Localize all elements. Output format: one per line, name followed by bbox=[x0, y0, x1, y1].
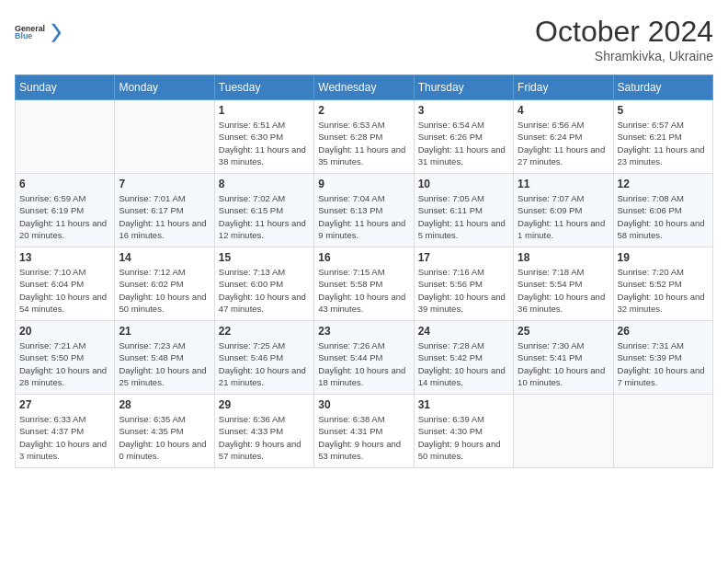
svg-marker-2 bbox=[51, 24, 61, 42]
calendar-cell: 5Sunrise: 6:57 AMSunset: 6:21 PMDaylight… bbox=[613, 100, 712, 174]
day-info: Sunrise: 7:10 AMSunset: 6:04 PMDaylight:… bbox=[19, 266, 110, 315]
day-number: 19 bbox=[618, 251, 709, 264]
calendar-cell: 25Sunrise: 7:30 AMSunset: 5:41 PMDayligh… bbox=[514, 321, 613, 395]
day-info: Sunrise: 7:05 AMSunset: 6:11 PMDaylight:… bbox=[418, 192, 509, 241]
day-number: 7 bbox=[119, 178, 210, 190]
day-number: 28 bbox=[119, 398, 210, 411]
day-number: 26 bbox=[618, 325, 709, 338]
day-info: Sunrise: 7:13 AMSunset: 6:00 PMDaylight:… bbox=[219, 266, 310, 315]
calendar-cell bbox=[16, 100, 115, 174]
calendar-cell: 2Sunrise: 6:53 AMSunset: 6:28 PMDaylight… bbox=[314, 100, 414, 174]
day-info: Sunrise: 7:21 AMSunset: 5:50 PMDaylight:… bbox=[19, 339, 110, 388]
weekday-header: Tuesday bbox=[214, 75, 313, 100]
day-number: 8 bbox=[219, 178, 310, 190]
calendar-cell: 22Sunrise: 7:25 AMSunset: 5:46 PMDayligh… bbox=[214, 321, 313, 395]
day-number: 16 bbox=[318, 251, 409, 264]
day-number: 5 bbox=[618, 104, 709, 117]
day-number: 24 bbox=[418, 325, 509, 338]
day-number: 21 bbox=[119, 325, 210, 338]
day-number: 12 bbox=[618, 178, 709, 190]
calendar-cell bbox=[514, 395, 613, 468]
calendar-cell: 18Sunrise: 7:18 AMSunset: 5:54 PMDayligh… bbox=[514, 247, 613, 321]
calendar-cell bbox=[613, 395, 712, 468]
calendar-cell: 23Sunrise: 7:26 AMSunset: 5:44 PMDayligh… bbox=[314, 321, 414, 395]
day-number: 22 bbox=[219, 325, 310, 338]
title-block: October 2024 Shramkivka, Ukraine bbox=[535, 15, 713, 63]
day-info: Sunrise: 7:15 AMSunset: 5:58 PMDaylight:… bbox=[318, 266, 409, 315]
calendar-table: SundayMondayTuesdayWednesdayThursdayFrid… bbox=[15, 75, 713, 468]
day-number: 13 bbox=[19, 251, 110, 264]
calendar-cell: 12Sunrise: 7:08 AMSunset: 6:06 PMDayligh… bbox=[613, 174, 712, 247]
day-info: Sunrise: 6:36 AMSunset: 4:33 PMDaylight:… bbox=[219, 413, 310, 462]
day-info: Sunrise: 7:07 AMSunset: 6:09 PMDaylight:… bbox=[518, 192, 609, 241]
day-number: 10 bbox=[418, 178, 509, 190]
day-info: Sunrise: 6:51 AMSunset: 6:30 PMDaylight:… bbox=[219, 119, 310, 167]
day-number: 3 bbox=[418, 104, 509, 117]
calendar-cell: 27Sunrise: 6:33 AMSunset: 4:37 PMDayligh… bbox=[16, 395, 115, 468]
day-info: Sunrise: 7:20 AMSunset: 5:52 PMDaylight:… bbox=[618, 266, 709, 315]
weekday-header: Thursday bbox=[414, 75, 513, 100]
weekday-header: Saturday bbox=[613, 75, 712, 100]
day-number: 6 bbox=[19, 178, 110, 190]
calendar-cell: 21Sunrise: 7:23 AMSunset: 5:48 PMDayligh… bbox=[115, 321, 214, 395]
day-number: 17 bbox=[418, 251, 509, 264]
day-info: Sunrise: 7:12 AMSunset: 6:02 PMDaylight:… bbox=[119, 266, 210, 315]
weekday-header: Monday bbox=[115, 75, 214, 100]
calendar-cell: 28Sunrise: 6:35 AMSunset: 4:35 PMDayligh… bbox=[115, 395, 214, 468]
day-number: 20 bbox=[19, 325, 110, 338]
calendar-cell: 14Sunrise: 7:12 AMSunset: 6:02 PMDayligh… bbox=[115, 247, 214, 321]
location-subtitle: Shramkivka, Ukraine bbox=[535, 49, 713, 63]
calendar-cell: 10Sunrise: 7:05 AMSunset: 6:11 PMDayligh… bbox=[414, 174, 513, 247]
weekday-header: Wednesday bbox=[314, 75, 414, 100]
day-number: 14 bbox=[119, 251, 210, 264]
day-info: Sunrise: 7:26 AMSunset: 5:44 PMDaylight:… bbox=[318, 339, 409, 388]
calendar-cell: 17Sunrise: 7:16 AMSunset: 5:56 PMDayligh… bbox=[414, 247, 513, 321]
calendar-cell: 19Sunrise: 7:20 AMSunset: 5:52 PMDayligh… bbox=[613, 247, 712, 321]
day-info: Sunrise: 7:08 AMSunset: 6:06 PMDaylight:… bbox=[618, 192, 709, 241]
day-info: Sunrise: 6:35 AMSunset: 4:35 PMDaylight:… bbox=[119, 413, 210, 462]
day-info: Sunrise: 7:02 AMSunset: 6:15 PMDaylight:… bbox=[219, 192, 310, 241]
day-info: Sunrise: 6:53 AMSunset: 6:28 PMDaylight:… bbox=[318, 119, 409, 167]
day-number: 29 bbox=[219, 398, 310, 411]
day-info: Sunrise: 7:04 AMSunset: 6:13 PMDaylight:… bbox=[318, 192, 409, 241]
page-header: General Blue October 2024 Shramkivka, Uk… bbox=[15, 15, 713, 63]
calendar-cell: 13Sunrise: 7:10 AMSunset: 6:04 PMDayligh… bbox=[16, 247, 115, 321]
month-title: October 2024 bbox=[535, 15, 713, 49]
day-info: Sunrise: 6:57 AMSunset: 6:21 PMDaylight:… bbox=[618, 119, 709, 167]
weekday-header: Friday bbox=[514, 75, 613, 100]
calendar-cell: 29Sunrise: 6:36 AMSunset: 4:33 PMDayligh… bbox=[214, 395, 313, 468]
weekday-header: Sunday bbox=[16, 75, 115, 100]
calendar-cell: 16Sunrise: 7:15 AMSunset: 5:58 PMDayligh… bbox=[314, 247, 414, 321]
day-info: Sunrise: 7:28 AMSunset: 5:42 PMDaylight:… bbox=[418, 339, 509, 388]
calendar-cell: 24Sunrise: 7:28 AMSunset: 5:42 PMDayligh… bbox=[414, 321, 513, 395]
day-number: 31 bbox=[418, 398, 509, 411]
calendar-cell: 7Sunrise: 7:01 AMSunset: 6:17 PMDaylight… bbox=[115, 174, 214, 247]
calendar-cell: 4Sunrise: 6:56 AMSunset: 6:24 PMDaylight… bbox=[514, 100, 613, 174]
day-number: 11 bbox=[518, 178, 609, 190]
day-info: Sunrise: 6:54 AMSunset: 6:26 PMDaylight:… bbox=[418, 119, 509, 167]
day-info: Sunrise: 6:33 AMSunset: 4:37 PMDaylight:… bbox=[19, 413, 110, 462]
calendar-cell: 15Sunrise: 7:13 AMSunset: 6:00 PMDayligh… bbox=[214, 247, 313, 321]
day-info: Sunrise: 7:30 AMSunset: 5:41 PMDaylight:… bbox=[518, 339, 609, 388]
day-number: 15 bbox=[219, 251, 310, 264]
day-info: Sunrise: 6:39 AMSunset: 4:30 PMDaylight:… bbox=[418, 413, 509, 462]
day-number: 9 bbox=[318, 178, 409, 190]
day-number: 18 bbox=[518, 251, 609, 264]
logo: General Blue bbox=[15, 15, 61, 52]
calendar-cell: 9Sunrise: 7:04 AMSunset: 6:13 PMDaylight… bbox=[314, 174, 414, 247]
day-number: 27 bbox=[19, 398, 110, 411]
calendar-cell bbox=[115, 100, 214, 174]
day-info: Sunrise: 7:23 AMSunset: 5:48 PMDaylight:… bbox=[119, 339, 210, 388]
day-info: Sunrise: 7:01 AMSunset: 6:17 PMDaylight:… bbox=[119, 192, 210, 241]
calendar-cell: 26Sunrise: 7:31 AMSunset: 5:39 PMDayligh… bbox=[613, 321, 712, 395]
calendar-cell: 30Sunrise: 6:38 AMSunset: 4:31 PMDayligh… bbox=[314, 395, 414, 468]
day-number: 4 bbox=[518, 104, 609, 117]
calendar-cell: 3Sunrise: 6:54 AMSunset: 6:26 PMDaylight… bbox=[414, 100, 513, 174]
day-info: Sunrise: 7:16 AMSunset: 5:56 PMDaylight:… bbox=[418, 266, 509, 315]
day-number: 2 bbox=[318, 104, 409, 117]
day-info: Sunrise: 7:25 AMSunset: 5:46 PMDaylight:… bbox=[219, 339, 310, 388]
day-number: 1 bbox=[219, 104, 310, 117]
calendar-cell: 6Sunrise: 6:59 AMSunset: 6:19 PMDaylight… bbox=[16, 174, 115, 247]
calendar-cell: 8Sunrise: 7:02 AMSunset: 6:15 PMDaylight… bbox=[214, 174, 313, 247]
day-info: Sunrise: 6:38 AMSunset: 4:31 PMDaylight:… bbox=[318, 413, 409, 462]
